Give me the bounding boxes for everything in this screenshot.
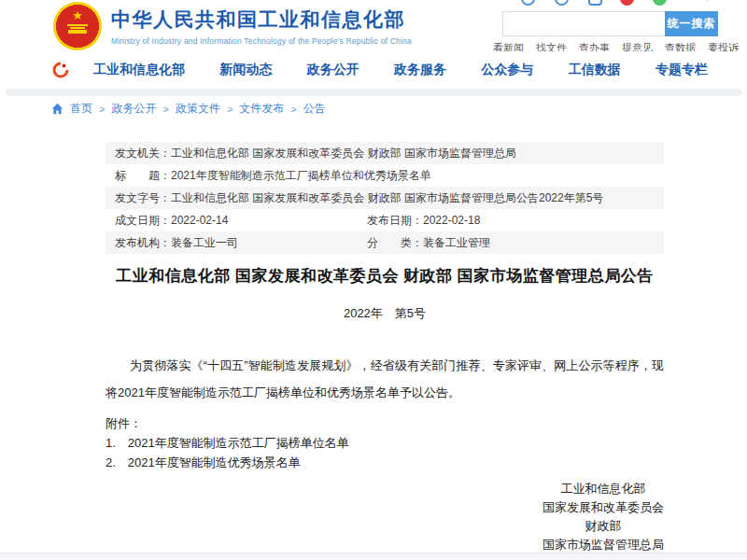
search-input[interactable] [502, 11, 665, 36]
meta-row-title: 标 题： 2021年度智能制造示范工厂揭榜单位和优秀场景名单 [106, 164, 664, 187]
attachment-link-1[interactable]: 1. 2021年度智能制造示范工厂揭榜单位名单 [106, 433, 664, 453]
breadcrumb-disclosure[interactable]: 政务公开 [111, 101, 156, 117]
signer: 工业和信息化部 [561, 480, 646, 498]
site-subtitle-english: Ministry of Industry and Information Tec… [111, 36, 412, 46]
nav-item-services[interactable]: 政务服务 [394, 62, 446, 78]
national-emblem-icon: ★ [53, 2, 102, 50]
announcement-issue-number: 2022年 第5号 [106, 305, 664, 322]
breadcrumb-separator: > [227, 104, 233, 115]
attachments-section: 附件： 1. 2021年度智能制造示范工厂揭榜单位名单 2. 2021年度智能制… [106, 413, 664, 472]
topbar-icon-blue-2[interactable] [555, 0, 569, 6]
topbar-icon-blue-1[interactable] [521, 0, 535, 6]
nav-item-data[interactable]: 工信数据 [569, 62, 621, 78]
announcement-body: 为贯彻落实《“十四五”智能制造发展规划》，经省级有关部门推荐、专家评审、网上公示… [106, 352, 664, 406]
site-title: 中华人民共和国工业和信息化部 [111, 7, 412, 33]
breadcrumb-separator: > [162, 104, 168, 115]
nav-item-participation[interactable]: 公众参与 [481, 62, 533, 78]
search-bar: 统一搜索 [502, 11, 718, 36]
topbar-icon-green[interactable] [653, 0, 667, 6]
main-nav: 工业和信息化部 新闻动态 政务公开 政务服务 公众参与 工信数据 专题专栏 [0, 51, 747, 89]
document-meta-table: 发文机关： 工业和信息化部 国家发展和改革委员会 财政部 国家市场监督管理总局 … [106, 142, 664, 254]
breadcrumb-separator: > [99, 104, 105, 115]
breadcrumb-file-release[interactable]: 文件发布 [239, 101, 284, 117]
home-icon[interactable] [51, 103, 63, 115]
topbar-icon-red[interactable] [620, 0, 634, 6]
breadcrumb-home[interactable]: 首页 [70, 101, 92, 117]
attachment-link-2[interactable]: 2. 2021年度智能制造优秀场景名单 [106, 453, 664, 472]
nav-item-topics[interactable]: 专题专栏 [655, 62, 708, 78]
meta-row-doc-number: 发文字号： 工业和信息化部 国家发展和改革委员会 财政部 国家市场监督管理总局公… [106, 187, 664, 209]
nav-item-disclosure[interactable]: 政务公开 [307, 62, 359, 78]
meta-row-publisher-category: 发布机构： 装备工业一司 分 类： 装备工业管理 [106, 231, 664, 254]
breadcrumb-policy-files[interactable]: 政策文件 [176, 101, 220, 117]
announcement-title: 工业和信息化部 国家发展和改革委员会 财政部 国家市场监督管理总局公告 [106, 265, 664, 287]
breadcrumb-separator: > [290, 104, 296, 115]
attachments-label: 附件： [106, 413, 664, 433]
unified-search-button[interactable]: 统一搜索 [665, 11, 718, 36]
nav-item-news[interactable]: 新闻动态 [219, 62, 272, 78]
nav-item-miit[interactable]: 工业和信息化部 [93, 62, 185, 78]
topbar-icons [514, 0, 719, 8]
breadcrumb: 首页 > 政务公开 > 政策文件 > 文件发布 > 公告 [51, 101, 326, 117]
signer: 财政部 [585, 517, 622, 536]
search-area: 统一搜索 看新闻 找文件 查办事 提意见 查数据 要投诉 [502, 0, 719, 51]
site-header: ★ 中华人民共和国工业和信息化部 Ministry of Industry an… [0, 0, 747, 51]
nav-items: 工业和信息化部 新闻动态 政务公开 政务服务 公众参与 工信数据 专题专栏 [93, 51, 708, 89]
site-titles: 中华人民共和国工业和信息化部 Ministry of Industry and … [111, 7, 412, 46]
signature-block: 工业和信息化部 国家发展和改革委员会 财政部 国家市场监督管理总局 2022年2… [543, 480, 664, 560]
site-logo-link[interactable]: ★ [53, 2, 102, 50]
nav-divider-band [6, 89, 741, 96]
miit-swirl-logo-icon[interactable] [51, 61, 70, 79]
miit-announcement-page: ★ 中华人民共和国工业和信息化部 Ministry of Industry an… [0, 0, 747, 560]
meta-row-issuing-agency: 发文机关： 工业和信息化部 国家发展和改革委员会 财政部 国家市场监督管理总局 [106, 142, 664, 164]
topbar-caret-icon [707, 0, 708, 1]
topbar-icon-blue-3[interactable] [588, 0, 602, 6]
footer-band [0, 553, 747, 560]
signer: 国家发展和改革委员会 [543, 498, 664, 517]
meta-row-dates: 成文日期： 2022-02-14 发布日期： 2022-02-18 [106, 209, 664, 231]
signer: 国家市场监督管理总局 [543, 536, 664, 554]
document-content: 发文机关： 工业和信息化部 国家发展和改革委员会 财政部 国家市场监督管理总局 … [106, 142, 664, 560]
breadcrumb-announcement[interactable]: 公告 [303, 101, 326, 117]
